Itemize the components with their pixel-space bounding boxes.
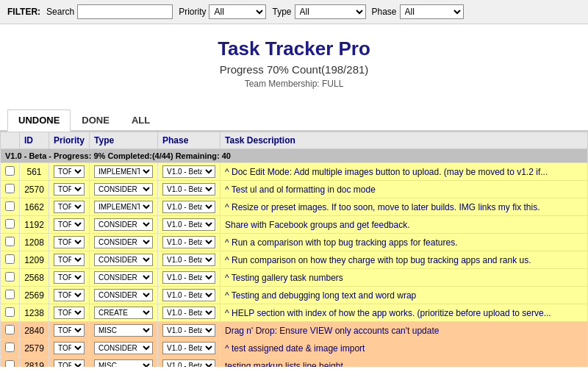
row-priority[interactable]: TOP HIGH NORMAL xyxy=(49,304,90,322)
priority-row-select[interactable]: TOP HIGH NORMAL xyxy=(54,289,85,301)
row-checkbox-cell[interactable] xyxy=(1,357,20,368)
priority-select[interactable]: All TOP HIGH NORMAL xyxy=(209,4,266,19)
row-priority[interactable]: TOP HIGH NORMAL xyxy=(49,181,90,198)
row-checkbox[interactable] xyxy=(5,360,15,368)
phase-row-select[interactable]: V1.0 - Beta V1.1 V1.2 xyxy=(162,236,215,248)
row-priority[interactable]: TOP HIGH NORMAL xyxy=(49,269,90,287)
row-checkbox[interactable] xyxy=(5,184,15,193)
type-select-filter[interactable]: All IMPLEMENT CONSIDER MISC CREATE xyxy=(295,4,366,19)
row-checkbox[interactable] xyxy=(5,343,15,352)
row-checkbox[interactable] xyxy=(5,201,15,211)
row-checkbox[interactable] xyxy=(5,290,15,299)
priority-row-select[interactable]: TOP HIGH NORMAL xyxy=(54,254,85,266)
row-checkbox-cell[interactable] xyxy=(1,304,20,322)
row-type[interactable]: IMPLEMENT CONSIDER MISC CREATE xyxy=(90,304,158,322)
row-phase[interactable]: V1.0 - Beta V1.1 V1.2 xyxy=(158,340,220,357)
type-row-select[interactable]: IMPLEMENT CONSIDER MISC CREATE xyxy=(94,271,153,284)
row-type[interactable]: IMPLEMENT CONSIDER MISC CREATE xyxy=(90,269,158,287)
phase-select-filter[interactable]: All V1.0 - Beta V1.1 V1.2 xyxy=(400,4,464,19)
row-phase[interactable]: V1.0 - Beta V1.1 V1.2 xyxy=(158,322,220,340)
type-row-select[interactable]: IMPLEMENT CONSIDER MISC CREATE xyxy=(94,289,153,301)
row-priority[interactable]: TOP HIGH NORMAL xyxy=(49,163,90,181)
tab-undone[interactable]: UNDONE xyxy=(7,110,71,132)
type-row-select[interactable]: IMPLEMENT CONSIDER MISC CREATE xyxy=(94,342,153,354)
row-type[interactable]: IMPLEMENT CONSIDER MISC CREATE xyxy=(90,181,158,198)
priority-row-select[interactable]: TOP HIGH NORMAL xyxy=(54,324,85,337)
tab-all[interactable]: ALL xyxy=(121,110,161,130)
row-checkbox-cell[interactable] xyxy=(1,163,20,181)
phase-row-select[interactable]: V1.0 - Beta V1.1 V1.2 xyxy=(162,218,215,231)
row-phase[interactable]: V1.0 - Beta V1.1 V1.2 xyxy=(158,163,220,181)
row-type[interactable]: IMPLEMENT CONSIDER MISC CREATE xyxy=(90,198,158,216)
priority-row-select[interactable]: TOP HIGH NORMAL xyxy=(54,359,85,367)
row-phase[interactable]: V1.0 - Beta V1.1 V1.2 xyxy=(158,287,220,304)
row-checkbox-cell[interactable] xyxy=(1,216,20,234)
row-checkbox-cell[interactable] xyxy=(1,198,20,216)
row-type[interactable]: IMPLEMENT CONSIDER MISC CREATE xyxy=(90,234,158,251)
priority-row-select[interactable]: TOP HIGH NORMAL xyxy=(54,201,85,213)
type-row-select[interactable]: IMPLEMENT CONSIDER MISC CREATE xyxy=(94,183,153,196)
type-row-select[interactable]: IMPLEMENT CONSIDER MISC CREATE xyxy=(94,165,153,178)
search-input[interactable] xyxy=(77,4,173,19)
type-row-select[interactable]: IMPLEMENT CONSIDER MISC CREATE xyxy=(94,236,153,248)
row-checkbox[interactable] xyxy=(5,325,15,334)
phase-row-select[interactable]: V1.0 - Beta V1.1 V1.2 xyxy=(162,342,215,354)
row-priority[interactable]: TOP HIGH NORMAL xyxy=(49,251,90,269)
type-row-select[interactable]: IMPLEMENT CONSIDER MISC CREATE xyxy=(94,201,153,213)
priority-row-select[interactable]: TOP HIGH NORMAL xyxy=(54,236,85,248)
priority-row-select[interactable]: TOP HIGH NORMAL xyxy=(54,342,85,354)
phase-row-select[interactable]: V1.0 - Beta V1.1 V1.2 xyxy=(162,359,215,367)
row-checkbox-cell[interactable] xyxy=(1,234,20,251)
priority-row-select[interactable]: TOP HIGH NORMAL xyxy=(54,271,85,284)
priority-row-select[interactable]: TOP HIGH NORMAL xyxy=(54,165,85,178)
row-phase[interactable]: V1.0 - Beta V1.1 V1.2 xyxy=(158,216,220,234)
row-phase[interactable]: V1.0 - Beta V1.1 V1.2 xyxy=(158,304,220,322)
row-phase[interactable]: V1.0 - Beta V1.1 V1.2 xyxy=(158,357,220,368)
phase-row-select[interactable]: V1.0 - Beta V1.1 V1.2 xyxy=(162,307,215,319)
row-checkbox-cell[interactable] xyxy=(1,181,20,198)
row-checkbox[interactable] xyxy=(5,166,15,176)
row-type[interactable]: IMPLEMENT CONSIDER MISC CREATE xyxy=(90,322,158,340)
row-priority[interactable]: TOP HIGH NORMAL xyxy=(49,322,90,340)
priority-row-select[interactable]: TOP HIGH NORMAL xyxy=(54,218,85,231)
row-type[interactable]: IMPLEMENT CONSIDER MISC CREATE xyxy=(90,287,158,304)
row-phase[interactable]: V1.0 - Beta V1.1 V1.2 xyxy=(158,198,220,216)
row-phase[interactable]: V1.0 - Beta V1.1 V1.2 xyxy=(158,181,220,198)
row-type[interactable]: IMPLEMENT CONSIDER MISC CREATE xyxy=(90,163,158,181)
phase-row-select[interactable]: V1.0 - Beta V1.1 V1.2 xyxy=(162,271,215,284)
priority-row-select[interactable]: TOP HIGH NORMAL xyxy=(54,183,85,196)
row-phase[interactable]: V1.0 - Beta V1.1 V1.2 xyxy=(158,234,220,251)
tab-done[interactable]: DONE xyxy=(71,110,121,130)
row-phase[interactable]: V1.0 - Beta V1.1 V1.2 xyxy=(158,269,220,287)
row-priority[interactable]: TOP HIGH NORMAL xyxy=(49,234,90,251)
row-checkbox[interactable] xyxy=(5,272,15,282)
row-phase[interactable]: V1.0 - Beta V1.1 V1.2 xyxy=(158,251,220,269)
phase-row-select[interactable]: V1.0 - Beta V1.1 V1.2 xyxy=(162,183,215,196)
type-row-select[interactable]: IMPLEMENT CONSIDER MISC CREATE xyxy=(94,324,153,337)
priority-row-select[interactable]: TOP HIGH NORMAL xyxy=(54,307,85,319)
type-row-select[interactable]: IMPLEMENT CONSIDER MISC CREATE xyxy=(94,254,153,266)
row-checkbox-cell[interactable] xyxy=(1,287,20,304)
row-checkbox[interactable] xyxy=(5,307,15,317)
row-checkbox[interactable] xyxy=(5,254,15,264)
row-checkbox[interactable] xyxy=(5,219,15,229)
row-type[interactable]: IMPLEMENT CONSIDER MISC CREATE xyxy=(90,357,158,368)
type-row-select[interactable]: IMPLEMENT CONSIDER MISC CREATE xyxy=(94,359,153,367)
phase-row-select[interactable]: V1.0 - Beta V1.1 V1.2 xyxy=(162,254,215,266)
row-priority[interactable]: TOP HIGH NORMAL xyxy=(49,357,90,368)
type-row-select[interactable]: IMPLEMENT CONSIDER MISC CREATE xyxy=(94,307,153,319)
row-checkbox-cell[interactable] xyxy=(1,251,20,269)
type-row-select[interactable]: IMPLEMENT CONSIDER MISC CREATE xyxy=(94,218,153,231)
row-type[interactable]: IMPLEMENT CONSIDER MISC CREATE xyxy=(90,340,158,357)
row-priority[interactable]: TOP HIGH NORMAL xyxy=(49,287,90,304)
phase-row-select[interactable]: V1.0 - Beta V1.1 V1.2 xyxy=(162,165,215,178)
phase-row-select[interactable]: V1.0 - Beta V1.1 V1.2 xyxy=(162,201,215,213)
row-priority[interactable]: TOP HIGH NORMAL xyxy=(49,216,90,234)
phase-row-select[interactable]: V1.0 - Beta V1.1 V1.2 xyxy=(162,289,215,301)
row-priority[interactable]: TOP HIGH NORMAL xyxy=(49,340,90,357)
row-checkbox-cell[interactable] xyxy=(1,322,20,340)
row-priority[interactable]: TOP HIGH NORMAL xyxy=(49,198,90,216)
row-checkbox[interactable] xyxy=(5,237,15,246)
row-type[interactable]: IMPLEMENT CONSIDER MISC CREATE xyxy=(90,216,158,234)
phase-row-select[interactable]: V1.0 - Beta V1.1 V1.2 xyxy=(162,324,215,337)
